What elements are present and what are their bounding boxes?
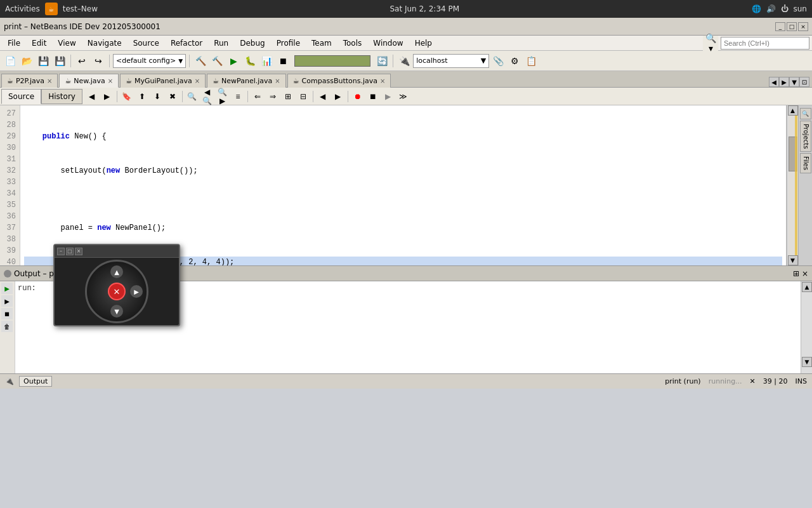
back-btn[interactable]: ◀ [85, 90, 99, 104]
play-macro-btn[interactable]: ▶ [381, 90, 395, 104]
run-btn[interactable]: ▶ [226, 53, 241, 69]
run-macro-btn[interactable]: ≫ [396, 90, 410, 104]
tab-prev-btn[interactable]: ◀ [769, 77, 779, 87]
tab-list-btn[interactable]: ▼ [789, 77, 799, 87]
tab-mygui-close[interactable]: × [195, 77, 200, 84]
shift-right-btn[interactable]: ⇒ [266, 90, 280, 104]
output-scrollbar[interactable]: ▲ ▼ [801, 281, 812, 373]
menu-view[interactable]: View [53, 36, 81, 50]
find-sel-btn[interactable]: ≡ [231, 90, 245, 104]
panel-projects-btn[interactable]: Projects [800, 121, 811, 152]
next-err-btn[interactable]: ▶ [331, 90, 345, 104]
menu-profile[interactable]: Profile [272, 36, 305, 50]
compass-maximize-btn[interactable]: □ [66, 248, 74, 255]
scroll-up-btn[interactable]: ▲ [788, 105, 798, 116]
out-scroll-down[interactable]: ▼ [802, 357, 812, 367]
config-dropdown[interactable]: <default config> ▼ [113, 54, 186, 68]
out-clear-btn[interactable]: 🗑 [1, 321, 13, 332]
debug-btn[interactable]: 🐛 [242, 53, 258, 69]
out-scroll-up[interactable]: ▲ [802, 282, 812, 292]
find-btn[interactable]: 🔍 [185, 90, 199, 104]
window-controls[interactable]: _ □ × [775, 22, 808, 31]
menu-window[interactable]: Window [368, 36, 408, 50]
find-next-btn[interactable]: 🔍▶ [216, 90, 230, 104]
out-stop-btn[interactable]: ⏹ [1, 308, 13, 319]
vertical-scrollbar[interactable]: ▲ ▼ [787, 105, 798, 265]
history-tab[interactable]: History [41, 89, 82, 104]
tab-newpanel-close[interactable]: × [275, 77, 280, 84]
cancel-status-btn[interactable]: ✕ [750, 377, 756, 385]
open-project-btn[interactable]: 📂 [19, 53, 34, 69]
output-expand-btn[interactable]: ⊞ [793, 269, 799, 278]
find-prev-btn[interactable]: ◀🔍 [200, 90, 214, 104]
menu-refactor[interactable]: Refactor [166, 36, 207, 50]
search-options-btn[interactable]: 🔍▾ [703, 36, 718, 51]
clear-bm-btn[interactable]: ✖ [166, 90, 180, 104]
build-btn[interactable]: 🔨 [209, 53, 225, 69]
search-input[interactable] [721, 37, 809, 50]
compass-win-btns[interactable]: – □ × [57, 248, 82, 255]
prev-err-btn[interactable]: ◀ [316, 90, 330, 104]
prop-btn[interactable]: ⚙ [507, 53, 522, 69]
code-content[interactable]: public New() { setLayout(new BorderLayou… [20, 105, 786, 265]
host-dropdown[interactable]: localhost ▼ [413, 54, 489, 68]
save-all-btn[interactable]: 💾 [52, 53, 67, 69]
tab-p2p[interactable]: ☕ P2P.java × [1, 74, 58, 88]
menu-file[interactable]: File [3, 36, 25, 50]
undo-btn[interactable]: ↩ [74, 53, 89, 69]
scroll-down-btn[interactable]: ▼ [788, 255, 798, 265]
source-tab[interactable]: Source [1, 89, 41, 104]
tab-maximize-btn[interactable]: ⊡ [799, 77, 809, 87]
record-macro-btn[interactable]: ⏺ [351, 90, 365, 104]
menu-edit[interactable]: Edit [27, 36, 51, 50]
menu-team[interactable]: Team [306, 36, 337, 50]
clean-build-btn[interactable]: 🔨 [193, 53, 208, 69]
menu-source[interactable]: Source [128, 36, 164, 50]
save-btn[interactable]: 💾 [36, 53, 51, 69]
tab-next-btn[interactable]: ▶ [779, 77, 789, 87]
compass-close-btn[interactable]: × [75, 248, 82, 255]
fmt-btn[interactable]: ⊞ [281, 90, 295, 104]
compass-right-btn[interactable]: ▶ [130, 285, 143, 298]
activities-label[interactable]: Activities [5, 4, 40, 13]
compass-minimize-btn[interactable]: – [57, 248, 65, 255]
menu-debug[interactable]: Debug [235, 36, 270, 50]
app-title[interactable]: test–New [63, 4, 98, 13]
out-run-btn[interactable]: ▶ [1, 283, 13, 294]
output-close-btn[interactable]: × [802, 269, 808, 278]
reload-btn[interactable]: 🔄 [374, 53, 390, 69]
panel-inspector-btn[interactable]: 🔍 [800, 108, 811, 119]
output-tab-btn[interactable]: Output [19, 376, 52, 387]
tab-newpanel[interactable]: ☕ NewPanel.java × [207, 74, 285, 88]
tab-compass-close[interactable]: × [380, 77, 385, 84]
tab-new[interactable]: ☕ New.java × [59, 74, 119, 88]
new-project-btn[interactable]: 📄 [3, 53, 18, 69]
panel-files-btn[interactable]: Files [800, 153, 811, 173]
tab-new-close[interactable]: × [108, 77, 113, 84]
minimize-button[interactable]: _ [775, 22, 785, 31]
fmt2-btn[interactable]: ⊟ [296, 90, 310, 104]
maximize-button[interactable]: □ [787, 22, 797, 31]
profile-btn[interactable]: 📊 [259, 53, 274, 69]
redo-btn[interactable]: ↪ [91, 53, 106, 69]
scroll-track[interactable] [789, 116, 797, 255]
compass-down-btn[interactable]: ▼ [110, 305, 123, 318]
next-bm-btn[interactable]: ⬇ [150, 90, 164, 104]
toggle-bm-btn[interactable]: 🔖 [120, 90, 134, 104]
prev-bm-btn[interactable]: ⬆ [135, 90, 149, 104]
manage-btn[interactable]: 📋 [523, 53, 539, 69]
compass-center-btn[interactable]: ✕ [108, 283, 126, 300]
stop-btn[interactable]: ⏹ [275, 53, 291, 69]
fwd-btn[interactable]: ▶ [100, 90, 114, 104]
debug-attach-btn[interactable]: 🔌 [396, 53, 412, 69]
close-button[interactable]: × [798, 22, 808, 31]
shift-left-btn[interactable]: ⇐ [251, 90, 265, 104]
tab-compass[interactable]: ☕ CompassButtons.java × [287, 74, 391, 88]
menu-help[interactable]: Help [410, 36, 437, 50]
stop-macro-btn[interactable]: ⏹ [366, 90, 380, 104]
code-editor[interactable]: 27 28 29 30 31 32 33 34 35 36 37 38 39 4… [0, 105, 787, 265]
tab-mygui[interactable]: ☕ MyGuiPanel.java × [120, 74, 206, 88]
attach-btn[interactable]: 📎 [490, 53, 506, 69]
menu-run[interactable]: Run [209, 36, 233, 50]
compass-up-btn[interactable]: ▲ [110, 265, 123, 278]
